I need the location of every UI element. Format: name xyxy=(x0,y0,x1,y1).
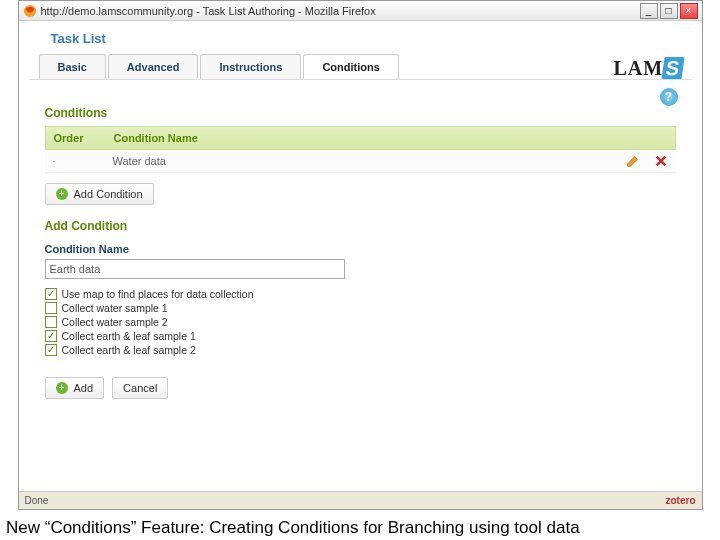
window-title: http://demo.lamscommunity.org - Task Lis… xyxy=(41,5,640,17)
browser-window: http://demo.lamscommunity.org - Task Lis… xyxy=(18,0,703,510)
plus-icon: + xyxy=(56,188,68,200)
row-actions xyxy=(626,154,668,168)
condition-name-label: Condition Name xyxy=(45,243,676,255)
window-controls: _ □ × xyxy=(640,3,698,19)
cancel-label: Cancel xyxy=(123,382,157,394)
task-label: Collect earth & leaf sample 1 xyxy=(62,330,196,342)
task-label: Collect water sample 1 xyxy=(62,302,168,314)
content-area: Task List LAMS Basic Advanced Instructio… xyxy=(19,21,702,491)
table-row: · Water data xyxy=(45,150,676,173)
task-label: Use map to find places for data collecti… xyxy=(62,288,254,300)
list-item: Collect water sample 2 xyxy=(45,315,676,329)
add-condition-label: Add Condition xyxy=(74,188,143,200)
list-item: Collect earth & leaf sample 1 xyxy=(45,329,676,343)
titlebar: http://demo.lamscommunity.org - Task Lis… xyxy=(19,1,702,21)
checkbox[interactable] xyxy=(45,330,57,342)
logo-right: S xyxy=(662,57,686,80)
tab-conditions[interactable]: Conditions xyxy=(303,54,398,79)
tab-advanced[interactable]: Advanced xyxy=(108,54,199,79)
page-title: Task List xyxy=(51,31,692,46)
task-label: Collect water sample 2 xyxy=(62,316,168,328)
task-label: Collect earth & leaf sample 2 xyxy=(62,344,196,356)
logo-left: LAM xyxy=(613,57,663,79)
edit-icon[interactable] xyxy=(626,154,640,168)
list-item: Collect earth & leaf sample 2 xyxy=(45,343,676,357)
list-item: Use map to find places for data collecti… xyxy=(45,287,676,301)
tab-basic[interactable]: Basic xyxy=(39,54,106,79)
conditions-panel: ? Conditions Order Condition Name · Wate… xyxy=(29,79,692,399)
zotero-badge[interactable]: zotero xyxy=(666,495,696,506)
form-buttons: + Add Cancel xyxy=(45,367,676,399)
cell-name: Water data xyxy=(113,155,626,167)
firefox-icon xyxy=(23,4,37,18)
col-condition-name: Condition Name xyxy=(106,127,675,149)
conditions-table-header: Order Condition Name xyxy=(45,126,676,150)
add-button[interactable]: + Add xyxy=(45,377,105,399)
plus-icon: + xyxy=(56,382,68,394)
checkbox[interactable] xyxy=(45,344,57,356)
condition-name-input[interactable] xyxy=(45,259,345,279)
statusbar: Done zotero xyxy=(19,491,702,509)
conditions-heading: Conditions xyxy=(45,106,676,120)
checkbox[interactable] xyxy=(45,302,57,314)
maximize-button[interactable]: □ xyxy=(660,3,678,19)
help-icon[interactable]: ? xyxy=(660,88,678,106)
add-condition-heading: Add Condition xyxy=(45,219,676,233)
minimize-button[interactable]: _ xyxy=(640,3,658,19)
cell-order: · xyxy=(53,156,113,167)
close-button[interactable]: × xyxy=(680,3,698,19)
slide-caption: New “Conditions” Feature: Creating Condi… xyxy=(6,518,714,538)
checkbox[interactable] xyxy=(45,316,57,328)
add-label: Add xyxy=(74,382,94,394)
list-item: Collect water sample 1 xyxy=(45,301,676,315)
checkbox[interactable] xyxy=(45,288,57,300)
tabs: Basic Advanced Instructions Conditions xyxy=(39,54,692,79)
status-text: Done xyxy=(25,495,49,506)
add-condition-button[interactable]: + Add Condition xyxy=(45,183,154,205)
delete-icon[interactable] xyxy=(654,154,668,168)
tab-instructions[interactable]: Instructions xyxy=(200,54,301,79)
cancel-button[interactable]: Cancel xyxy=(112,377,168,399)
task-checklist: Use map to find places for data collecti… xyxy=(45,287,676,357)
lams-logo: LAMS xyxy=(613,57,683,80)
col-order: Order xyxy=(46,127,106,149)
